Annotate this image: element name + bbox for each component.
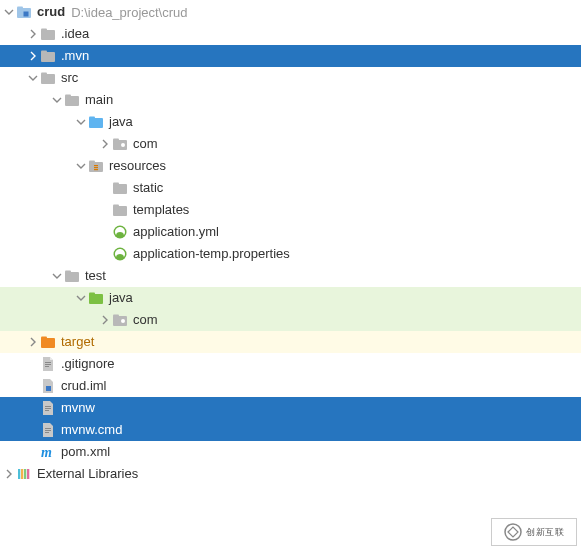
svg-rect-30 xyxy=(89,293,95,296)
svg-rect-17 xyxy=(89,161,95,164)
root-path: D:\idea_project\crud xyxy=(71,5,187,20)
node-label: main xyxy=(85,89,113,111)
tree-row-main[interactable]: main xyxy=(0,89,581,111)
tree-row-idea[interactable]: .idea xyxy=(0,23,581,45)
svg-text:m: m xyxy=(41,445,52,460)
chevron-down-icon[interactable] xyxy=(50,269,64,283)
module-folder-icon xyxy=(16,4,32,20)
svg-rect-12 xyxy=(89,117,95,120)
folder-icon xyxy=(64,92,80,108)
svg-point-15 xyxy=(121,143,125,147)
chevron-down-icon[interactable] xyxy=(50,93,64,107)
svg-rect-20 xyxy=(94,169,98,170)
chevron-right-icon[interactable] xyxy=(26,335,40,349)
tree-row-com-test[interactable]: com xyxy=(0,309,581,331)
chevron-down-icon[interactable] xyxy=(74,291,88,305)
chevron-right-icon[interactable] xyxy=(2,467,16,481)
tree-row-mvnw[interactable]: mvnw xyxy=(0,397,581,419)
svg-rect-32 xyxy=(113,315,119,318)
folder-icon xyxy=(40,70,56,86)
svg-rect-4 xyxy=(41,29,47,32)
tree-row-application-yml[interactable]: application.yml xyxy=(0,221,581,243)
svg-rect-28 xyxy=(65,271,71,274)
watermark: 创新互联 xyxy=(491,518,577,546)
node-label: static xyxy=(133,177,163,199)
file-icon xyxy=(40,356,56,372)
chevron-right-icon[interactable] xyxy=(98,137,112,151)
folder-icon xyxy=(112,180,128,196)
node-label: java xyxy=(109,287,133,309)
node-label: .gitignore xyxy=(61,353,114,375)
tree-row-pom[interactable]: m pom.xml xyxy=(0,441,581,463)
folder-icon xyxy=(64,268,80,284)
node-label: com xyxy=(133,309,158,331)
tree-row-java-main[interactable]: java xyxy=(0,111,581,133)
svg-rect-50 xyxy=(27,469,29,479)
svg-rect-19 xyxy=(94,167,98,168)
chevron-right-icon[interactable] xyxy=(98,313,112,327)
svg-rect-41 xyxy=(45,408,51,409)
tree-row-mvnw-cmd[interactable]: mvnw.cmd xyxy=(0,419,581,441)
node-label: templates xyxy=(133,199,189,221)
watermark-text: 创新互联 xyxy=(526,526,564,539)
svg-rect-10 xyxy=(65,95,71,98)
svg-rect-44 xyxy=(45,430,51,431)
chevron-right-icon[interactable] xyxy=(26,49,40,63)
svg-rect-36 xyxy=(45,362,51,363)
tree-row-static[interactable]: static xyxy=(0,177,581,199)
resources-folder-icon xyxy=(88,158,104,174)
tree-row-src[interactable]: src xyxy=(0,67,581,89)
node-label: External Libraries xyxy=(37,463,138,485)
tree-row-templates[interactable]: templates xyxy=(0,199,581,221)
svg-rect-43 xyxy=(45,428,51,429)
tree-row-java-test[interactable]: java xyxy=(0,287,581,309)
svg-rect-48 xyxy=(21,469,23,479)
node-label: mvnw.cmd xyxy=(61,419,122,441)
file-icon xyxy=(40,422,56,438)
node-label: com xyxy=(133,133,158,155)
node-label: .idea xyxy=(61,23,89,45)
tree-row-crud-iml[interactable]: crud.iml xyxy=(0,375,581,397)
watermark-logo-icon xyxy=(504,523,522,541)
spring-config-icon xyxy=(112,224,128,240)
package-icon xyxy=(112,136,128,152)
tree-row-root[interactable]: crud D:\idea_project\crud xyxy=(0,1,581,23)
svg-rect-40 xyxy=(45,406,51,407)
svg-rect-1 xyxy=(17,7,23,10)
tree-row-target[interactable]: target xyxy=(0,331,581,353)
tree-row-gitignore[interactable]: .gitignore xyxy=(0,353,581,375)
folder-icon xyxy=(40,26,56,42)
spring-config-icon xyxy=(112,246,128,262)
svg-rect-42 xyxy=(45,410,49,411)
svg-rect-45 xyxy=(45,432,49,433)
svg-rect-49 xyxy=(24,469,26,479)
source-folder-icon xyxy=(88,114,104,130)
tree-row-test[interactable]: test xyxy=(0,265,581,287)
tree-row-resources[interactable]: resources xyxy=(0,155,581,177)
chevron-down-icon[interactable] xyxy=(26,71,40,85)
tree-row-application-temp[interactable]: application-temp.properties xyxy=(0,243,581,265)
tree-row-external-libs[interactable]: External Libraries xyxy=(0,463,581,485)
chevron-right-icon[interactable] xyxy=(26,27,40,41)
svg-rect-24 xyxy=(113,205,119,208)
chevron-down-icon[interactable] xyxy=(2,5,16,19)
chevron-down-icon[interactable] xyxy=(74,159,88,173)
maven-icon: m xyxy=(40,444,56,460)
project-tree[interactable]: crud D:\idea_project\crud .idea .mvn src… xyxy=(0,0,581,485)
svg-rect-14 xyxy=(113,139,119,142)
node-label: src xyxy=(61,67,78,89)
svg-rect-8 xyxy=(41,73,47,76)
node-label: java xyxy=(109,111,133,133)
svg-rect-37 xyxy=(45,364,51,365)
root-name: crud xyxy=(37,1,65,23)
excluded-folder-icon xyxy=(40,334,56,350)
svg-rect-6 xyxy=(41,51,47,54)
folder-icon xyxy=(112,202,128,218)
node-label: application.yml xyxy=(133,221,219,243)
tree-row-mvn[interactable]: .mvn xyxy=(0,45,581,67)
chevron-down-icon[interactable] xyxy=(74,115,88,129)
tree-row-com-main[interactable]: com xyxy=(0,133,581,155)
folder-icon xyxy=(40,48,56,64)
iml-file-icon xyxy=(40,378,56,394)
svg-rect-39 xyxy=(46,386,51,391)
